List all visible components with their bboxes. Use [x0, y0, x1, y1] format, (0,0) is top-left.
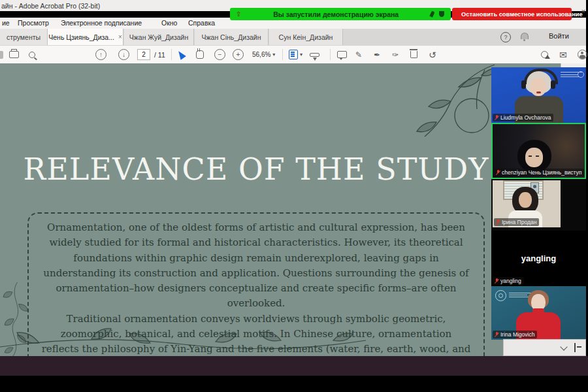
participant-tile-active-speaker[interactable]: chenziyan Чень Цзиянь_виступ [491, 123, 586, 179]
select-cursor-icon [176, 49, 186, 59]
tab-tools[interactable]: струменты [0, 29, 48, 45]
participant-name-label: Irina Migovich [493, 331, 537, 338]
search-icon [29, 52, 35, 58]
menu-item-window[interactable]: Окно [161, 19, 177, 27]
page-display-icon [289, 50, 298, 59]
mic-muted-icon [494, 115, 499, 121]
panel-footer [503, 339, 586, 356]
rotate-icon: ↺ [429, 50, 436, 60]
envelope-icon: ✉ [559, 50, 567, 60]
tab-close-icon[interactable]: × [118, 33, 122, 41]
menu-item-view[interactable]: Просмотр [18, 19, 49, 27]
toolbar-separator [282, 49, 283, 60]
tab-zhan-sin[interactable]: Чжан Сінь_Дизайн [195, 29, 269, 45]
slide-text-box: Ornamentation, one of the oldest forms o… [27, 212, 485, 356]
taskbar: W ∧ ENG 9:46 15.01.2025 2 [0, 356, 588, 376]
screen-share-banner: ⇪ Вы запустили демонстрацию экрана [230, 8, 451, 20]
printer-icon [9, 51, 19, 58]
participant-name-label: Liudmyla Ovcharova [493, 114, 553, 122]
zoom-out-button[interactable]: − [214, 46, 225, 63]
page-number-input[interactable]: 2 [137, 46, 150, 63]
search-button[interactable] [29, 46, 35, 63]
tab-chen-ziyan[interactable]: Чень Цзиянь_Диза... × [48, 29, 123, 45]
participant-name-label: yangling [493, 277, 524, 285]
background-logo [561, 71, 583, 81]
slide-paragraph-1: Ornamentation, one of the oldest forms o… [41, 220, 472, 312]
zoom-level-dropdown[interactable]: 56,6%▾ [252, 46, 275, 63]
participant-name-label: chenziyan Чень Цзиянь_виступ [494, 169, 584, 176]
share-link-button[interactable] [541, 46, 548, 63]
resize-marks [574, 343, 582, 352]
next-page-button[interactable]: ↓ [118, 46, 129, 63]
zoom-in-button[interactable]: + [233, 46, 244, 63]
person-icon [578, 50, 587, 59]
participant-video: Ірина Продан [493, 180, 561, 227]
headphone-icon [521, 80, 526, 89]
toolbar-separator [171, 49, 172, 60]
tab-bar: струменты Чень Цзиянь_Диза... × Чжан Жуй… [0, 29, 586, 46]
screen: айн - Adobe Acrobat Pro (32-bit) – ▢ × ⇪… [0, 0, 588, 392]
print-button[interactable] [9, 46, 19, 63]
participant-tile[interactable]: Liudmyla Ovcharova [491, 67, 586, 123]
toolbar-separator [330, 49, 331, 60]
share-icon: ⇪ [236, 10, 241, 18]
university-emblem [495, 290, 506, 301]
sign-pen-icon: ✒ [374, 50, 380, 59]
tab-zhan-zhui[interactable]: Чжан Жуй_Дизайн [124, 29, 194, 45]
page-display-dropdown[interactable]: ▾ [289, 46, 302, 63]
hand-tool-button[interactable] [196, 46, 204, 63]
botanical-decoration-top-right [361, 63, 498, 158]
video-panel: Liudmyla Ovcharova chenziyan Чень Цзиянь… [491, 67, 586, 340]
stop-share-button[interactable]: Остановить совместное использование [452, 8, 572, 20]
participant-tile[interactable]: Irina Migovich [491, 286, 586, 340]
participant-display-name: yangling [521, 253, 556, 263]
rotate-button[interactable]: ↺ [429, 46, 436, 63]
acrobat-toolbar: ↑ ↓ 2 / 11 − + 56,6%▾ ▾ ✎ ✒ ✑ ↺ ✉ [0, 46, 586, 64]
delete-button[interactable] [410, 46, 417, 63]
slide-title: RELEVANCE OF THE STUDY [0, 152, 512, 187]
sign-in-link[interactable]: Войти [549, 32, 569, 40]
fill-sign-button[interactable]: ✑ [392, 46, 399, 63]
previous-page-button[interactable]: ↑ [95, 46, 106, 63]
slide-paragraph-2: Traditional ornamentation conveys worldv… [41, 312, 472, 357]
sign-button[interactable]: ✒ [374, 46, 380, 63]
link-icon [541, 51, 548, 58]
tab-sun-kein[interactable]: Сун Кеін_Дизайн [269, 29, 343, 45]
shield-icon[interactable] [439, 11, 444, 17]
help-icon[interactable]: ? [500, 32, 511, 42]
chevron-down-icon[interactable] [560, 343, 567, 350]
participant-tile[interactable]: Ірина Продан [491, 179, 586, 231]
trash-icon [410, 51, 417, 58]
comment-icon [337, 51, 347, 58]
share-message: Вы запустили демонстрацию экрана [241, 10, 431, 18]
window-title: айн - Adobe Acrobat Pro (32-bit) [1, 2, 100, 10]
menu-item-edit-partial[interactable]: ие [2, 19, 10, 27]
notifications-bell-icon[interactable] [521, 33, 529, 39]
page-total-label: / 11 [152, 46, 165, 63]
email-button[interactable]: ✉ [559, 46, 567, 63]
partial-save-icon [0, 51, 3, 59]
highlighter-icon: ✎ [355, 50, 362, 59]
scrolling-icon [310, 53, 319, 57]
scrolling-mode-button[interactable] [310, 46, 319, 63]
mic-muted-icon [494, 332, 499, 338]
fill-sign-icon: ✑ [392, 50, 399, 59]
participant-name-label: Ірина Продан [494, 218, 539, 226]
participant-tile[interactable]: yangling yangling [491, 231, 586, 286]
menu-item-help[interactable]: Справка [188, 19, 215, 27]
stop-share-label: Остановить совместное использование [461, 11, 583, 18]
hand-icon [196, 50, 204, 59]
mic-muted-icon [494, 278, 499, 284]
mic-muted-icon [495, 170, 500, 176]
mic-muted-icon [495, 220, 500, 225]
select-tool-button[interactable] [178, 46, 184, 63]
comment-button[interactable] [337, 46, 347, 63]
highlight-button[interactable]: ✎ [355, 46, 362, 63]
menu-item-esign[interactable]: Электронное подписание [61, 19, 142, 27]
account-button[interactable] [578, 46, 587, 63]
